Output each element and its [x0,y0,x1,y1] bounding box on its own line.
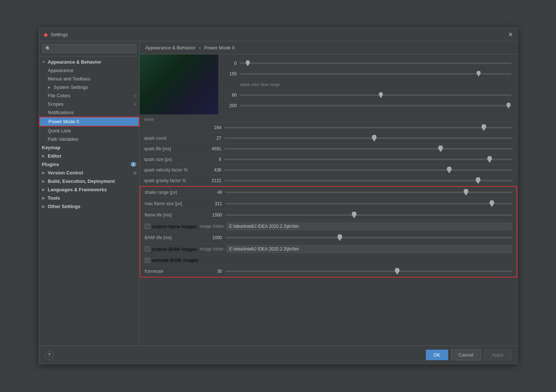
slider-track[interactable] [240,73,511,75]
custom-flame-checkbox-wrapper: custom flame images [145,224,197,229]
cancel-button[interactable]: Cancel [451,350,481,360]
slider-thumb [438,146,443,152]
sidebar-item-menus-toolbars[interactable]: Menus and Toolbars [39,75,139,83]
setting-label: spark gravity factor % [144,178,203,183]
settings-content: 0 155 spark col [140,54,517,346]
sidebar-item-notifications[interactable]: Notifications [39,108,139,117]
sidebar-label: Version Control [48,170,83,176]
breadcrumb-current: Power Mode II [204,45,235,50]
custom-bam-checkbox[interactable] [145,246,150,252]
help-button[interactable]: ? [45,351,54,359]
setting-value: 30 [203,269,225,274]
slider-thumb [246,60,250,66]
copy-icon: ⎘ [134,94,136,98]
sidebar-item-appearance-behavior[interactable]: ▼ Appearance & Behavior [39,58,139,66]
setting-label: spark count [144,136,203,141]
custom-flame-folder-input[interactable] [227,223,512,230]
slider-thumb [487,156,492,163]
search-box [39,41,139,56]
sidebar-item-scopes[interactable]: Scopes ⎘ [39,100,139,108]
sidebar-label: Plugins [42,162,59,167]
sidebar-item-editor[interactable]: ▶ Editor [39,152,139,160]
app-icon: ◆ [44,31,48,38]
breadcrumb-separator: › [199,45,200,50]
slider-container[interactable] [225,200,512,207]
sidebar-item-power-mode-ii[interactable]: Power Mode II [39,117,139,127]
sidebar-item-tools[interactable]: ▶ Tools [39,194,139,202]
sidebar-item-languages-frameworks[interactable]: ▶ Languages & Frameworks [39,185,139,194]
slider-thumb [476,71,481,77]
arrow-icon: ▶ [42,171,46,175]
slider-thumb [489,200,495,207]
sidebar-item-version-control[interactable]: ▶ Version Control ⎘ [39,169,139,177]
main-panel: Appearance & Behavior › Power Mode II 0 [140,41,517,346]
slider-container[interactable] [225,211,512,219]
slider-thumb [372,135,377,142]
sidebar-item-plugins[interactable]: Plugins 1 [39,160,139,169]
slider-container[interactable] [225,234,512,241]
apply-button[interactable]: Apply [484,350,511,360]
setting-value: 1000 [203,235,225,240]
ok-button[interactable]: OK [426,350,448,360]
slider-container[interactable] [225,189,512,196]
color-slider-row-2: 60 [224,93,511,98]
bam-life-row: BAM! life [ms] 1000 [140,232,517,244]
sidebar-item-system-settings[interactable]: ▶ System Settings [39,83,139,91]
alpha-label: alpha [140,115,517,122]
sidebar-label: Keymap [42,145,61,150]
slider-container[interactable] [224,166,513,174]
sidebar-item-path-variables[interactable]: Path Variables [39,135,139,143]
close-button[interactable]: ✕ [508,32,513,38]
slider-thumb [464,189,469,196]
sidebar-label: Tools [48,195,60,201]
shake-range-row: shake range [px] 48 [140,187,517,198]
sidebar: ▼ Appearance & Behavior Appearance Menus… [39,41,140,346]
setting-label: max flame size [px] [145,201,203,206]
custom-bam-folder-input[interactable] [227,245,512,253]
color-slider-row-1: 155 [224,71,511,76]
slider-value: 60 [224,93,237,98]
slider-track [225,271,512,272]
sidebar-label: Menus and Toolbars [48,76,91,82]
slider-container[interactable] [224,156,513,163]
setting-label: framerate [145,269,203,274]
custom-flame-label: custom flame images [152,224,197,229]
slider-track[interactable] [240,105,511,106]
color-preview [140,54,218,114]
slider-container[interactable] [225,268,512,275]
setting-label: spark size [px] [144,157,203,162]
slider-track [225,214,512,216]
sidebar-item-keymap[interactable]: Keymap [39,143,139,152]
slider-track [224,127,513,128]
slider-container[interactable] [224,145,513,152]
setting-value: 436 [203,167,224,173]
sidebar-item-other-settings[interactable]: ▶ Other Settings [39,202,139,211]
setting-value: 6 [203,157,224,162]
custom-bam-row: custom BAM! images image folder: [140,244,517,255]
plugins-badge: 1 [131,162,136,167]
breadcrumb-parent: Appearance & Behavior [145,45,196,50]
animate-bam-checkbox[interactable] [145,258,150,263]
slider-container[interactable] [224,135,513,142]
slider-track[interactable] [240,94,511,96]
animate-bam-checkbox-wrapper: animate BAM! images [145,257,198,263]
sidebar-item-file-colors[interactable]: File Colors ⎘ [39,91,139,100]
color-slider-row-3: 200 [224,103,511,108]
search-input[interactable] [42,44,136,53]
sidebar-item-quick-lists[interactable]: Quick Lists [39,127,139,135]
arrow-icon: ▶ [42,196,46,200]
content-area: ▼ Appearance & Behavior Appearance Menus… [39,41,517,346]
sidebar-item-build-execution[interactable]: ▶ Build, Execution, Deployment [39,177,139,185]
slider-track[interactable] [240,63,511,64]
spark-velocity-row: spark velocity factor % 436 [140,165,517,176]
settings-dialog: ◆ Settings ✕ ▼ Appearance & Behavior App… [39,28,518,364]
sidebar-label: Appearance [48,68,73,73]
slider-container[interactable] [224,124,513,131]
slider-container[interactable] [224,177,513,184]
arrow-icon: ▶ [42,188,46,192]
slider-track [224,180,513,181]
sidebar-item-appearance[interactable]: Appearance [39,66,139,75]
color-slider-row-0: 0 [224,61,511,66]
custom-flame-checkbox[interactable] [145,224,150,229]
slider-thumb [447,167,452,173]
